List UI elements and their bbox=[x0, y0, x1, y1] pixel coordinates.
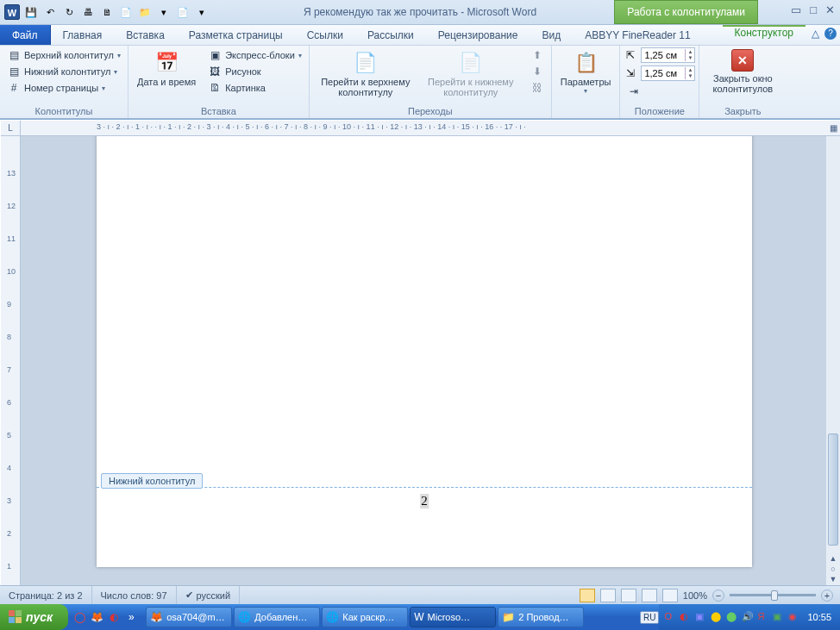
tray-app1-icon[interactable]: ◐ bbox=[680, 611, 692, 623]
window-title: Я рекомендую так же прочитать - Microsof… bbox=[304, 6, 536, 18]
nav-link-button[interactable]: ⛓ bbox=[527, 80, 548, 96]
tab-icon: ⇥ bbox=[627, 84, 641, 98]
next-page-icon[interactable]: ▼ bbox=[830, 575, 837, 583]
tray-app6-icon[interactable]: ◉ bbox=[788, 611, 800, 623]
link-icon: ⛓ bbox=[530, 81, 544, 95]
close-header-footer-button[interactable]: ✕ Закрыть окно колонтитулов bbox=[703, 47, 782, 96]
qat-btn5-icon[interactable]: ▾ bbox=[155, 3, 172, 21]
tray-network-icon[interactable]: ⬤ bbox=[726, 611, 738, 623]
minimize-icon[interactable]: ▭ bbox=[791, 3, 801, 16]
zoom-out-button[interactable]: − bbox=[712, 589, 724, 602]
ql-more-icon[interactable]: » bbox=[123, 609, 139, 625]
print-preview-icon[interactable]: 🗎 bbox=[98, 3, 116, 21]
insert-align-tab-button[interactable]: ⇥ bbox=[624, 84, 695, 99]
tray-app2-icon[interactable]: ▣ bbox=[695, 611, 707, 623]
windows-taskbar: пуск ◯ 🦊 ◐ » 🦊osa704@m…🌐Добавлен…🌐Как ра… bbox=[0, 604, 840, 630]
prev-page-icon[interactable]: ▲ bbox=[830, 554, 837, 563]
clipart-button[interactable]: 🖻Картинка bbox=[204, 80, 305, 96]
header-bottom-margin-input[interactable]: ▲▼ bbox=[641, 65, 695, 81]
view-fullscreen-button[interactable] bbox=[600, 589, 616, 602]
taskbar-item[interactable]: 🌐Добавлен… bbox=[234, 607, 320, 627]
window-buttons: ▭ □ ✕ bbox=[791, 3, 835, 16]
goto-bottom-header-button[interactable]: 📄 Перейти к нижнему колонтитулу bbox=[418, 47, 523, 99]
undo-icon[interactable]: ↶ bbox=[41, 3, 59, 21]
ql-app-icon[interactable]: ◐ bbox=[106, 609, 122, 625]
document-scroll[interactable]: Нижний колонтитул 2 bbox=[21, 136, 826, 585]
tray-app5-icon[interactable]: ▣ bbox=[773, 611, 785, 623]
tab-view[interactable]: Вид bbox=[530, 25, 573, 45]
horizontal-ruler[interactable]: 3 · ı · 2 · ı · 1 · ı · · ı · 1 · ı · 2 … bbox=[21, 121, 826, 136]
open-icon[interactable]: 📁 bbox=[136, 3, 154, 21]
qat-more-icon[interactable]: ▾ bbox=[193, 3, 210, 21]
taskbar-item[interactable]: 🌐Как раскр… bbox=[322, 607, 408, 627]
zoom-slider[interactable] bbox=[730, 594, 816, 596]
taskbar-items: 🦊osa704@m…🌐Добавлен…🌐Как раскр…WMicroso…… bbox=[142, 607, 640, 627]
vertical-scrollbar[interactable]: ▲ ○ ▼ bbox=[826, 136, 840, 585]
tray-volume-icon[interactable]: 🔊 bbox=[742, 611, 754, 623]
top-header-button[interactable]: ▤Верхний колонтитул bbox=[3, 47, 124, 63]
status-word-count[interactable]: Число слов: 97 bbox=[92, 586, 177, 604]
ruler-toggle-button[interactable]: ▦ bbox=[826, 121, 840, 136]
save-icon[interactable]: 💾 bbox=[22, 3, 40, 21]
datetime-button[interactable]: 📅 Дата и время bbox=[132, 47, 201, 89]
tab-file[interactable]: Файл bbox=[0, 25, 51, 45]
taskbar-item[interactable]: 🦊osa704@m… bbox=[146, 607, 232, 627]
express-blocks-button[interactable]: ▣Экспресс-блоки bbox=[204, 47, 305, 63]
ribbon-minimize-icon[interactable]: △ bbox=[812, 28, 819, 40]
tab-home[interactable]: Главная bbox=[51, 25, 115, 45]
goto-top-header-button[interactable]: 📄 Перейти к верхнему колонтитулу bbox=[313, 47, 418, 99]
tab-constructor[interactable]: Конструктор bbox=[723, 25, 806, 39]
footer-label-tag: Нижний колонтитул bbox=[101, 473, 203, 489]
picture-icon: 🖼 bbox=[208, 65, 222, 78]
parameters-button[interactable]: 📋 Параметры bbox=[555, 47, 617, 97]
browse-object-icon[interactable]: ○ bbox=[831, 565, 835, 573]
zoom-slider-thumb[interactable] bbox=[771, 590, 778, 601]
footer-page-number[interactable]: 2 bbox=[420, 494, 429, 508]
tab-selector[interactable]: L bbox=[1, 121, 21, 136]
zoom-in-button[interactable]: + bbox=[821, 589, 833, 602]
bottom-header-button[interactable]: ▤Нижний колонтитул bbox=[3, 64, 124, 79]
nav-prev-button[interactable]: ⬆ bbox=[527, 47, 548, 63]
ql-firefox-icon[interactable]: 🦊 bbox=[89, 609, 104, 625]
view-print-layout-button[interactable] bbox=[580, 589, 595, 602]
tab-mailings[interactable]: Рассылки bbox=[355, 25, 426, 45]
tab-references[interactable]: Ссылки bbox=[295, 25, 355, 45]
nav-next-button[interactable]: ⬇ bbox=[527, 64, 548, 79]
ql-opera-icon[interactable]: ◯ bbox=[72, 609, 87, 625]
group-label: Колонтитулы bbox=[3, 104, 124, 118]
tab-abbyy[interactable]: ABBYY FineReader 11 bbox=[573, 25, 703, 45]
tray-app4-icon[interactable]: Я bbox=[757, 611, 769, 623]
system-tray: O ◐ ▣ ⬤ ⬤ 🔊 Я ▣ ◉ 10:55 bbox=[659, 604, 840, 630]
redo-icon[interactable]: ↻ bbox=[60, 3, 78, 21]
zoom-level[interactable]: 100% bbox=[683, 590, 707, 601]
maximize-icon[interactable]: □ bbox=[810, 3, 817, 16]
qat-btn6-icon[interactable]: 📄 bbox=[174, 3, 191, 21]
scrollbar-thumb[interactable] bbox=[828, 434, 838, 546]
svg-rect-3 bbox=[16, 617, 22, 623]
vertical-ruler[interactable]: 13121110987654321123 bbox=[1, 136, 21, 585]
status-language[interactable]: ✔русский bbox=[177, 586, 240, 604]
view-draft-button[interactable] bbox=[662, 589, 678, 602]
page-number-button[interactable]: #Номер страницы bbox=[3, 80, 124, 96]
help-icon[interactable]: ? bbox=[824, 28, 837, 40]
word-app-icon[interactable]: W bbox=[3, 3, 21, 21]
taskbar-clock[interactable]: 10:55 bbox=[804, 612, 835, 622]
view-web-button[interactable] bbox=[621, 589, 636, 602]
view-outline-button[interactable] bbox=[642, 589, 657, 602]
tab-layout[interactable]: Разметка страницы bbox=[177, 25, 295, 45]
language-indicator[interactable]: RU bbox=[640, 611, 659, 624]
tray-opera-icon[interactable]: O bbox=[664, 611, 676, 623]
status-bar: Страница: 2 из 2 Число слов: 97 ✔русский… bbox=[0, 585, 840, 604]
tab-insert[interactable]: Вставка bbox=[114, 25, 177, 45]
title-bar: W 💾 ↶ ↻ 🖶 🗎 📄 📁 ▾ 📄 ▾ Я рекомендую так ж… bbox=[0, 0, 840, 25]
picture-button[interactable]: 🖼Рисунок bbox=[204, 64, 305, 79]
header-top-margin-input[interactable]: ▲▼ bbox=[641, 47, 695, 63]
page[interactable]: Нижний колонтитул 2 bbox=[97, 136, 752, 567]
close-icon[interactable]: ✕ bbox=[825, 3, 835, 16]
tray-app3-icon[interactable]: ⬤ bbox=[711, 611, 723, 623]
tab-review[interactable]: Рецензирование bbox=[426, 25, 530, 45]
taskbar-item[interactable]: 📁2 Провод… bbox=[498, 607, 584, 627]
new-doc-icon[interactable]: 📄 bbox=[117, 3, 135, 21]
quick-print-icon[interactable]: 🖶 bbox=[79, 3, 97, 21]
taskbar-item[interactable]: WMicroso… bbox=[410, 607, 496, 627]
